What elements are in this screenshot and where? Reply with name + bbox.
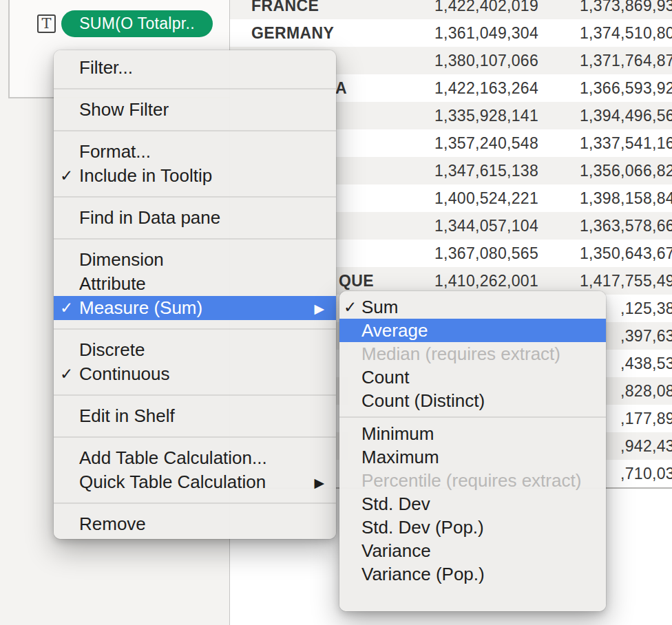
value-cell-2: 1,337,541,163	[538, 129, 672, 157]
menu-item-label: Minimum	[361, 423, 434, 444]
text-mark-icon[interactable]: T	[37, 14, 56, 33]
value-cell-2: 1,398,158,845	[538, 184, 672, 212]
menu-item-label: Discrete	[79, 339, 145, 360]
menu-item-label: Count	[361, 367, 409, 388]
menu-item-label: Add Table Calculation...	[79, 447, 267, 468]
checkmark-icon: ✓	[60, 164, 78, 188]
country-cell: FRANCE	[229, 0, 388, 19]
menu-separator	[54, 238, 336, 240]
checkmark-icon: ✓	[60, 296, 78, 320]
value-cell-2: 1,371,764,871	[538, 47, 672, 74]
menu-item-label: Filter...	[79, 57, 133, 78]
menu-item-label: Show Filter	[79, 99, 169, 120]
menu-separator	[54, 196, 336, 198]
value-cell-2: 1,374,510,807	[538, 19, 672, 47]
table-row[interactable]: FRANCE 1,422,402,019 1,373,869,933	[229, 0, 672, 19]
menu-item-label: Find in Data pane	[79, 207, 220, 228]
menu-item-label: Median (requires extract)	[361, 343, 560, 364]
menu-item-label: Quick Table Calculation	[79, 472, 266, 492]
value-cell-1: 1,422,402,019	[388, 0, 538, 19]
value-cell-1: 1,380,107,066	[388, 47, 538, 74]
menu-item-add-table-calculation[interactable]: Add Table Calculation...	[54, 446, 336, 470]
value-cell-2: 1,363,578,662	[538, 212, 672, 240]
menu-item-label: Std. Dev	[361, 494, 430, 514]
value-cell-1: 1,410,262,001	[388, 267, 538, 295]
menu-item-variance[interactable]: Variance	[339, 539, 606, 562]
menu-item-label: Sum	[361, 297, 398, 317]
menu-item-std-dev-pop[interactable]: Std. Dev (Pop.)	[339, 516, 606, 539]
menu-item-label: Average	[361, 320, 428, 341]
menu-item-label: Variance (Pop.)	[361, 564, 485, 584]
menu-item-count-distinct[interactable]: Count (Distinct)	[339, 389, 606, 412]
menu-item-average[interactable]: Average	[339, 319, 606, 342]
value-cell-1: 1,335,928,141	[388, 102, 538, 129]
checkmark-icon: ✓	[60, 362, 78, 386]
menu-item-discrete[interactable]: Discrete	[54, 338, 336, 362]
menu-item-std-dev[interactable]: Std. Dev	[339, 492, 606, 516]
menu-item-measure-sum[interactable]: ✓ Measure (Sum) ▶	[54, 296, 336, 320]
value-cell-1: 1,400,524,221	[388, 184, 538, 212]
menu-item-label: Include in Tooltip	[79, 165, 212, 186]
menu-item-label: Percentile (requires extract)	[361, 470, 581, 491]
menu-item-label: Continuous	[79, 363, 170, 384]
value-cell-1: 1,357,240,548	[388, 129, 538, 157]
submenu-arrow-icon: ▶	[314, 297, 324, 321]
measure-pill[interactable]: SUM(O Totalpr..	[61, 10, 213, 37]
value-cell-2: 1,373,869,933	[538, 0, 672, 19]
menu-separator	[54, 502, 336, 504]
menu-item-maximum[interactable]: Maximum	[339, 445, 606, 469]
menu-item-label: Edit in Shelf	[79, 405, 175, 426]
menu-item-label: Measure (Sum)	[79, 297, 202, 318]
menu-item-include-in-tooltip[interactable]: ✓ Include in Tooltip	[54, 164, 336, 188]
menu-item-attribute[interactable]: Attribute	[54, 272, 336, 296]
menu-item-quick-table-calculation[interactable]: Quick Table Calculation ▶	[54, 470, 336, 494]
menu-item-label: Dimension	[79, 249, 164, 270]
value-cell-2: 1,356,066,825	[538, 157, 672, 184]
menu-item-label: Attribute	[79, 273, 146, 294]
menu-item-label: Variance	[361, 540, 431, 561]
value-cell-2: 1,366,593,920	[538, 74, 672, 102]
value-cell-1: 1,344,057,104	[388, 212, 538, 240]
menu-item-remove[interactable]: Remove	[54, 512, 336, 536]
menu-item-dimension[interactable]: Dimension	[54, 248, 336, 272]
menu-item-variance-pop[interactable]: Variance (Pop.)	[339, 562, 606, 586]
menu-item-percentile-requires-extract[interactable]: Percentile (requires extract)	[339, 469, 606, 492]
value-cell-2: 1,394,496,562	[538, 102, 672, 129]
menu-item-filter[interactable]: Filter...	[54, 56, 336, 80]
menu-separator	[54, 328, 336, 330]
menu-item-continuous[interactable]: ✓ Continuous	[54, 362, 336, 386]
value-cell-2: 1,417,755,492	[538, 267, 672, 295]
menu-item-label: Format...	[79, 141, 151, 162]
value-cell-1: 1,367,080,565	[388, 240, 538, 267]
value-cell-2: 1,350,643,670	[538, 240, 672, 267]
country-cell: GERMANY	[229, 19, 388, 47]
aggregation-submenu: ✓ Sum Average Median (requires extract) …	[339, 291, 606, 611]
menu-separator	[339, 416, 606, 418]
menu-item-label: Std. Dev (Pop.)	[361, 517, 484, 538]
menu-item-find-in-data-pane[interactable]: Find in Data pane	[54, 206, 336, 230]
menu-item-label: Maximum	[361, 447, 439, 467]
menu-item-label: Remove	[79, 513, 146, 534]
menu-item-minimum[interactable]: Minimum	[339, 422, 606, 445]
menu-item-format[interactable]: Format...	[54, 140, 336, 164]
value-cell-1: 1,347,615,138	[388, 157, 538, 184]
checkmark-icon: ✓	[344, 295, 360, 319]
value-cell-1: 1,361,049,304	[388, 19, 538, 47]
menu-separator	[54, 436, 336, 438]
menu-separator	[54, 88, 336, 89]
menu-item-label: Count (Distinct)	[361, 390, 485, 411]
menu-separator	[54, 130, 336, 131]
value-cell-1: 1,422,163,264	[388, 74, 538, 102]
menu-item-edit-in-shelf[interactable]: Edit in Shelf	[54, 404, 336, 428]
menu-item-show-filter[interactable]: Show Filter	[54, 98, 336, 122]
pill-context-menu: Filter... Show Filter Format... ✓ Includ…	[54, 50, 336, 539]
tableau-worksheet-screen: FRANCE 1,422,402,019 1,373,869,933 GERMA…	[0, 0, 672, 625]
menu-item-sum[interactable]: ✓ Sum	[339, 295, 606, 319]
table-row[interactable]: GERMANY 1,361,049,304 1,374,510,807	[229, 19, 672, 47]
menu-item-count[interactable]: Count	[339, 366, 606, 389]
menu-item-median-requires-extract[interactable]: Median (requires extract)	[339, 342, 606, 366]
submenu-arrow-icon: ▶	[314, 471, 324, 495]
menu-separator	[54, 394, 336, 396]
